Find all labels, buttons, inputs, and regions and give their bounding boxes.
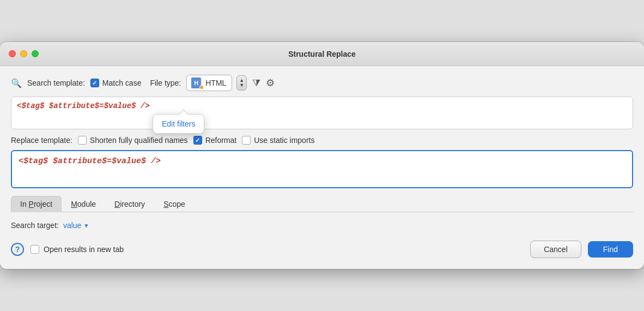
gear-icon[interactable]: ⚙ [266,77,275,89]
reformat-label: Reformat [205,136,237,145]
search-target-label: Search target: [11,221,59,230]
replace-template-label: Replace template: [11,136,72,145]
filter-icon[interactable]: ⧩ [252,77,260,89]
match-case-label: Match case [102,79,142,87]
search-template-input[interactable]: <$tag$ $attribute$=$value$ /> [11,97,633,129]
reformat-checkbox-box[interactable] [193,136,202,145]
tab-directory[interactable]: Directory [105,196,154,212]
toolbar-row: 🔍 Search template: Match case File type:… [11,75,633,91]
open-results-checkbox[interactable]: Open results in new tab [31,245,124,254]
spinner-down-arrow[interactable]: ▼ [239,83,244,88]
html-file-icon: H [191,77,202,89]
match-case-checkbox-box[interactable] [90,79,99,87]
reformat-checkbox[interactable]: Reformat [193,136,237,145]
search-target-dropdown[interactable]: value ▼ [63,221,89,230]
tab-scope-underline: S [163,200,168,208]
window: Structural Replace 🔍 Search template: Ma… [0,42,644,269]
search-template-value: <$tag$ $attribute$=$value$ /> [17,101,150,110]
titlebar: Structural Replace [0,42,644,66]
file-type-spinner[interactable]: ▲ ▼ [236,75,247,91]
use-static-imports-checkbox[interactable]: Use static imports [242,136,314,145]
search-target-value: value [63,221,81,230]
edit-filters-button[interactable]: Edit filters [162,119,195,128]
content-area: 🔍 Search template: Match case File type:… [0,66,644,269]
bottom-row: ? Open results in new tab Cancel Find [11,241,633,258]
file-type-value: HTML [205,79,227,87]
search-icon: 🔍 [11,78,22,88]
edit-filters-popup: Edit filters [153,114,204,134]
close-button[interactable] [9,50,16,57]
minimize-button[interactable] [20,50,27,57]
open-results-checkbox-box[interactable] [31,245,39,254]
use-static-imports-label: Use static imports [254,136,314,145]
replace-template-wrapper: <$tag$ $attribute$=$value$ /> [11,150,633,188]
search-template-label: Search template: [27,79,85,87]
replace-template-input[interactable]: <$tag$ $attribute$=$value$ /> [11,150,633,188]
search-icon-container: 🔍 [11,78,22,88]
find-button[interactable]: Find [588,241,633,258]
shorten-names-checkbox-box[interactable] [78,136,87,145]
replace-template-value: <$tag$ $attribute$=$value$ /> [19,157,161,166]
tab-in-project[interactable]: In Project [11,196,62,212]
open-results-label: Open results in new tab [44,245,124,254]
replace-row: Replace template: Shorten fully qualifie… [11,136,633,145]
match-case-checkbox[interactable]: Match case [90,79,142,87]
search-target-row: Search target: value ▼ [11,221,633,230]
scope-tabs: In Project Module Directory Scope [11,196,633,212]
cancel-button[interactable]: Cancel [530,241,581,258]
file-type-label: File type: [150,79,181,87]
tab-scope[interactable]: Scope [154,196,195,212]
search-template-wrapper: <$tag$ $attribute$=$value$ /> Edit filte… [11,97,633,129]
shorten-names-checkbox[interactable]: Shorten fully qualified names [78,136,188,145]
tab-module-underline: M [71,200,77,208]
help-button[interactable]: ? [11,243,24,256]
use-static-imports-checkbox-box[interactable] [242,136,251,145]
maximize-button[interactable] [32,50,39,57]
shorten-names-label: Shorten fully qualified names [90,136,188,145]
window-title: Structural Replace [288,50,356,58]
tab-module[interactable]: Module [62,196,105,212]
tab-in-project-underline: P [29,200,34,208]
file-type-selector[interactable]: H HTML [186,75,232,91]
tab-directory-underline: D [114,200,120,208]
search-target-dropdown-arrow: ▼ [83,223,89,229]
traffic-lights [9,50,39,57]
